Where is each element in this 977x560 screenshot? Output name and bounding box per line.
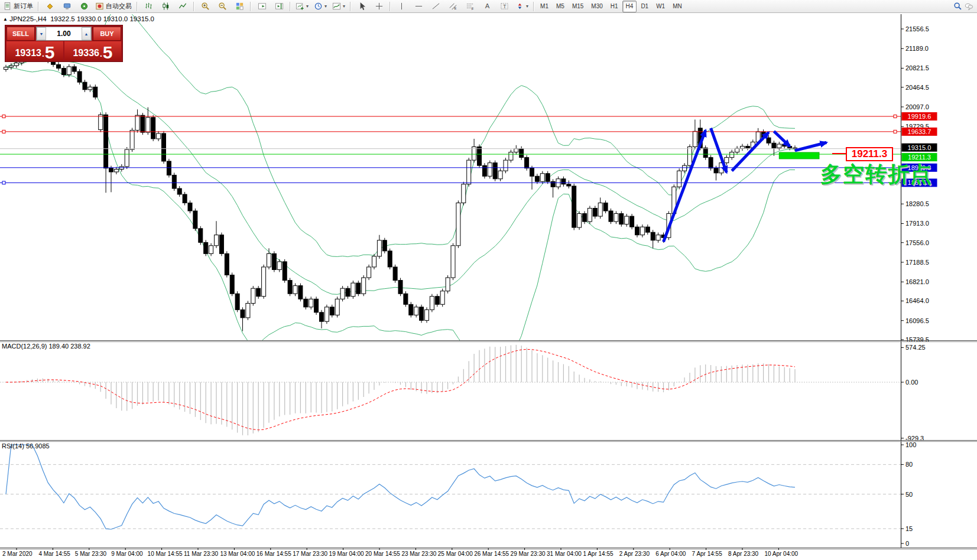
price-axis-label: 17556.0 [905,239,929,246]
tab-timeframe-mn[interactable]: MN [669,1,686,12]
candle-body [504,160,508,171]
svg-text:E: E [454,6,456,10]
profiles-button[interactable]: ▾ [311,0,329,13]
cursor-tool-button[interactable] [353,0,370,13]
candle-body [640,227,644,235]
candle-body [9,66,13,67]
label-tool-button[interactable]: T [496,0,512,13]
rsi-axis-label: 0 [905,540,909,547]
trend-arrow[interactable] [774,131,790,146]
candlestick-chart-icon [161,2,170,11]
indicators-icon [332,2,341,11]
trend-arrow[interactable] [664,130,706,242]
tab-timeframe-m1[interactable]: M1 [537,1,552,12]
crosshair-tool-button[interactable] [371,0,387,13]
time-axis-label: 6 Apr 04:00 [655,551,686,557]
candle-body [225,253,229,275]
time-axis-label: 1 Apr 14:55 [583,551,614,557]
price-axis-label: 16821.0 [905,278,929,285]
new-order-button[interactable]: 新订单 [1,0,35,13]
candle-body [430,297,434,310]
tile-windows-button[interactable] [231,0,248,13]
fibonacci-icon: F [466,2,475,11]
candle-body [462,184,466,203]
zoom-in-button[interactable] [197,0,213,13]
tab-timeframe-w1[interactable]: W1 [653,1,668,12]
virtual-hosting-button[interactable] [59,0,75,13]
rsi-axis-label: 100 [905,441,916,448]
time-axis-label: 2 Mar 2020 [2,551,33,557]
time-axis-label: 17 Mar 23:30 [293,551,327,557]
trend-arrow[interactable] [711,128,727,172]
vertical-line-tool-button[interactable] [393,0,410,13]
indicators-button[interactable]: ▾ [330,0,348,13]
chart-canvas[interactable]: 21556.521189.020821.520464.520097.019729… [0,0,977,560]
collapse-triangle-icon: ▲ [3,17,8,22]
rsi-indicator-label: RSI(14) 56.9085 [2,442,50,450]
time-axis-label: 13 Mar 04:00 [220,551,255,557]
candle-body [204,242,208,253]
tab-timeframe-m15[interactable]: M15 [569,1,587,12]
candle-body [193,211,197,229]
tile-windows-icon [235,2,244,11]
pivot-price-callout[interactable]: 19211.3 [846,147,893,161]
zoom-out-button[interactable] [214,0,231,13]
chat-icon[interactable] [965,2,973,11]
candle-body [314,299,319,312]
candle-body [109,168,113,172]
bar-chart-button[interactable] [140,0,157,13]
macd-axis-label: 0.00 [905,379,918,386]
tab-timeframe-m30[interactable]: M30 [588,1,606,12]
candle-body [530,168,534,177]
candle-body [546,174,550,182]
tab-timeframe-d1[interactable]: D1 [637,1,652,12]
candle-body [520,149,524,158]
arrows-tool-button[interactable]: ▾ [513,0,531,13]
divider [137,2,138,11]
new-chart-button[interactable]: ▾ [293,0,311,13]
candle-body [114,170,118,172]
divider [350,2,351,11]
volume-value[interactable]: 1.00 [46,27,82,40]
sell-button[interactable]: SELL [7,27,35,41]
candle-body [14,63,18,66]
time-axis-label: 5 Mar 23:30 [75,551,107,557]
horizontal-line-icon [414,2,423,11]
time-axis-label: 7 Apr 14:55 [692,551,723,557]
auto-trading-button[interactable]: 自动交易 [93,0,134,13]
volume-decrease-button[interactable]: ▼ [37,27,46,40]
auto-scroll-button[interactable] [254,0,270,13]
candle-body [609,211,613,222]
text-tool-button[interactable]: A [479,0,495,13]
trend-arrow[interactable] [795,142,826,151]
candle-body [4,67,8,70]
channel-icon: E [449,2,457,11]
tab-timeframe-h1[interactable]: H1 [607,1,622,12]
candle-body [693,131,697,146]
line-chart-button[interactable] [174,0,191,13]
tab-timeframe-h4[interactable]: H4 [622,1,637,12]
buy-price[interactable]: 19336.5 [64,41,121,60]
candlestick-chart-button[interactable] [157,0,174,13]
time-axis-label: 23 Mar 23:30 [401,551,436,557]
candle-body [162,134,166,161]
search-icon[interactable] [953,2,962,11]
horizontal-line-tool-button[interactable] [410,0,427,13]
trendline-tool-button[interactable] [427,0,444,13]
support-zone-rectangle[interactable] [779,152,819,159]
fibonacci-tool-button[interactable]: F [462,0,478,13]
candle-body [656,235,660,240]
candle-body [398,281,403,294]
volume-increase-button[interactable]: ▲ [82,27,91,40]
signals-button[interactable] [76,0,92,13]
arrows-icon [515,2,524,11]
tab-timeframe-m5[interactable]: M5 [553,1,568,12]
buy-button[interactable]: BUY [93,27,121,41]
price-axis-label: 18280.5 [905,200,929,207]
metaeditor-button[interactable] [41,0,58,13]
divider [533,2,534,11]
chart-shift-button[interactable] [271,0,287,13]
volume-stepper: ▼ 1.00 ▲ [36,27,92,41]
channel-tool-button[interactable]: E [444,0,461,13]
sell-price[interactable]: 19313.5 [7,41,63,60]
